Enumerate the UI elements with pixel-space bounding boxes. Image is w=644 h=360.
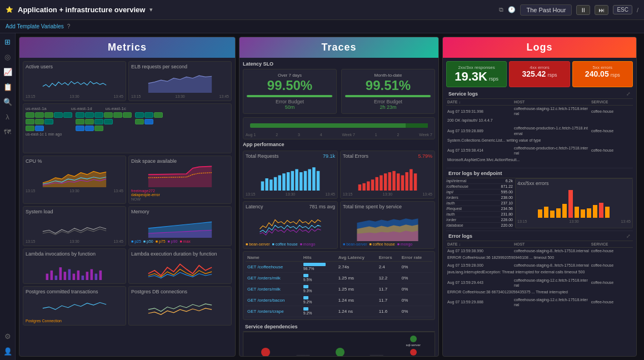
col-name: Name bbox=[246, 254, 302, 262]
svg-rect-61 bbox=[599, 203, 603, 218]
dashboard: Metrics Active users 13:1513:3013:45 bbox=[16, 33, 644, 360]
service-deps-section: Service dependencies bbox=[243, 322, 435, 332]
dashboard-title: Application + infrastructure overview bbox=[18, 6, 145, 14]
total-time-svg bbox=[343, 211, 432, 241]
svg-rect-47 bbox=[414, 173, 417, 191]
sidebar-item-maps[interactable]: 🗺 bbox=[4, 128, 11, 136]
node-map-chart: us-east-1a us-east-1d us-east-1c bbox=[23, 103, 232, 153]
node-26 bbox=[154, 112, 163, 118]
log-date: Aug 07 13:59:31.998 bbox=[446, 106, 513, 117]
node-group-east-1d bbox=[76, 112, 132, 131]
sidebar-item-apm[interactable]: 📈 bbox=[3, 68, 12, 76]
service-logs-expand-icon[interactable]: ⤢ bbox=[626, 91, 631, 97]
metrics-panel: Metrics Active users 13:1513:3013:45 bbox=[19, 37, 236, 357]
row-error-rate: 0% bbox=[400, 284, 432, 295]
total-requests-val: 79.1k bbox=[323, 153, 335, 159]
error-log-host: coffeehouse-staging-8..fetch-17518.inter… bbox=[513, 262, 590, 269]
active-users-svg bbox=[26, 71, 123, 93]
time-selector[interactable]: The Past Hour bbox=[520, 4, 572, 16]
log-service: coffee-house bbox=[590, 125, 633, 137]
node-groups bbox=[26, 112, 229, 131]
dep-coffeehouse: coffee-house ● bbox=[254, 348, 277, 357]
total-time-chart: Total time spent by service ■ bean-serve… bbox=[340, 201, 435, 249]
sidebar-item-metrics[interactable]: ◎ bbox=[4, 53, 11, 61]
svg-rect-34 bbox=[358, 184, 362, 191]
app-perf-row: Total Requests 79.1k bbox=[243, 151, 435, 199]
node-19 bbox=[94, 119, 103, 124]
sidebar-item-home[interactable]: ⊞ bbox=[4, 38, 11, 46]
node-23 bbox=[94, 126, 103, 131]
logs-content: 2xx/3xx responses 19.3K rsps 4xx errors … bbox=[443, 58, 636, 311]
error-log-service: coffee-house bbox=[590, 277, 633, 288]
time-icon: 🕐 bbox=[508, 6, 516, 13]
error-log-host: coffeehouse-staging-8..fetch-17518.inter… bbox=[513, 248, 590, 254]
node-14 bbox=[104, 112, 113, 118]
elb-title: ELB requests per second bbox=[131, 64, 229, 69]
error-log-service: coffee-house bbox=[590, 262, 633, 269]
screen-icon: ⧉ bbox=[499, 6, 503, 13]
log-service: coffee-house bbox=[590, 106, 633, 117]
node-24 bbox=[135, 112, 144, 118]
node-9 bbox=[26, 126, 34, 131]
error-log-msg: ERROR CoffeeHouse:36 18299920590946108 .… bbox=[446, 254, 633, 262]
error-log-row: Aug 07 13:59:38.990 coffeehouse-staging-… bbox=[446, 248, 633, 254]
service-table-row: GET /orders/milk 9.3% 1.25 ms 11.7 0% bbox=[246, 284, 432, 295]
error-logs-scroll[interactable]: DATE ↓ HOST SERVICE Aug 07 13:59:38.990 … bbox=[446, 241, 633, 308]
lambda-inv-title: Lambda invocations by function bbox=[26, 251, 123, 257]
sidebar-item-user[interactable]: 👤 bbox=[3, 347, 12, 356]
col-errors: Errors bbox=[377, 254, 400, 262]
dep-graph: coffee-house ● ——— dotnet-coffe... ——— s… bbox=[243, 332, 435, 357]
app-perf-title: App performance bbox=[243, 142, 284, 147]
lambda-dur-chart: Lambda execution duration by function bbox=[128, 248, 232, 284]
error-log-host: coffeehouse-staging-12.c.fetch-17518.int… bbox=[513, 277, 590, 288]
four-five-xx-title: 4xx/5xx errors bbox=[517, 181, 631, 186]
dropdown-icon[interactable]: ▾ bbox=[149, 6, 153, 13]
traces-content: Latency SLO Over 7 days 99.50% Error Bud… bbox=[239, 58, 438, 357]
dep-redis-circle bbox=[410, 349, 417, 356]
node-row-3 bbox=[26, 126, 72, 131]
svg-rect-57 bbox=[575, 207, 579, 218]
disk-title: Disk space available bbox=[131, 158, 229, 164]
svg-rect-52 bbox=[544, 207, 548, 218]
error-log-row: Aug 07 13:59:28.000 coffeehouse-staging-… bbox=[446, 262, 633, 269]
total-errors-val: 5.79% bbox=[418, 153, 432, 159]
sidebar-item-settings[interactable]: ⚙ bbox=[4, 332, 11, 341]
pause-button[interactable]: ⏸ bbox=[576, 5, 590, 15]
sidebar-item-search[interactable]: 🔍 bbox=[3, 98, 12, 106]
sidebar-item-logs[interactable]: 📋 bbox=[3, 83, 12, 91]
endpoint-val: 237.10 bbox=[501, 201, 513, 205]
log-msg: System.Collections.Generic.List... writi… bbox=[446, 137, 633, 144]
row-errors: 11.7 bbox=[377, 284, 400, 295]
play-button[interactable]: ⏭ bbox=[595, 5, 608, 15]
service-logs-scroll[interactable]: DATE ↓ HOST SERVICE Aug 07 13:59:31.998 … bbox=[446, 99, 633, 166]
slo-timeline-chart: Aug 1234Week 712Week 7 bbox=[243, 117, 435, 139]
elog-col-host: HOST bbox=[513, 241, 590, 248]
esc-button[interactable]: ESC bbox=[613, 5, 632, 14]
total-errors-chart: Total Errors 5.79% bbox=[340, 151, 435, 199]
col-latency: Avg Latency bbox=[337, 254, 377, 262]
add-template-variables-link[interactable]: Add Template Variables bbox=[6, 23, 64, 29]
sidebar-item-functions[interactable]: λ bbox=[6, 113, 9, 121]
endpoint-list-item: /auth 237.10 bbox=[446, 201, 513, 206]
endpoint-bar-chart: 4xx/5xx errors bbox=[515, 178, 633, 228]
error-log-date: Aug 07 13:59:29.443 bbox=[446, 277, 513, 288]
node-4 bbox=[54, 112, 63, 118]
lambda-inv-svg bbox=[26, 258, 123, 280]
row-error-rate: 0% bbox=[400, 273, 432, 284]
endpoint-list-item: /auth 231.80 bbox=[446, 212, 513, 217]
lambda-dur-title: Lambda execution duration by function bbox=[131, 251, 229, 257]
cpu-title: CPU % bbox=[26, 158, 123, 164]
node-15 bbox=[113, 112, 122, 118]
error-logs-expand-icon[interactable]: ⤢ bbox=[626, 233, 631, 239]
node-1 bbox=[26, 112, 34, 118]
memory-svg bbox=[131, 216, 229, 238]
error-log-date: Aug 07 13:59:28.000 bbox=[446, 262, 513, 269]
error-log-host: coffeehouse-staging-12.c.fetch-17518.int… bbox=[513, 296, 590, 308]
stat-5xx-unit: rsps bbox=[611, 72, 620, 78]
error-log-service: coffee-house bbox=[590, 248, 633, 254]
svg-rect-62 bbox=[605, 207, 610, 218]
svg-rect-46 bbox=[410, 169, 413, 191]
star-icon: ⭐ bbox=[6, 6, 13, 13]
slog-col-date: DATE ↓ bbox=[446, 99, 513, 106]
endpoint-val: 220.00 bbox=[501, 223, 513, 227]
